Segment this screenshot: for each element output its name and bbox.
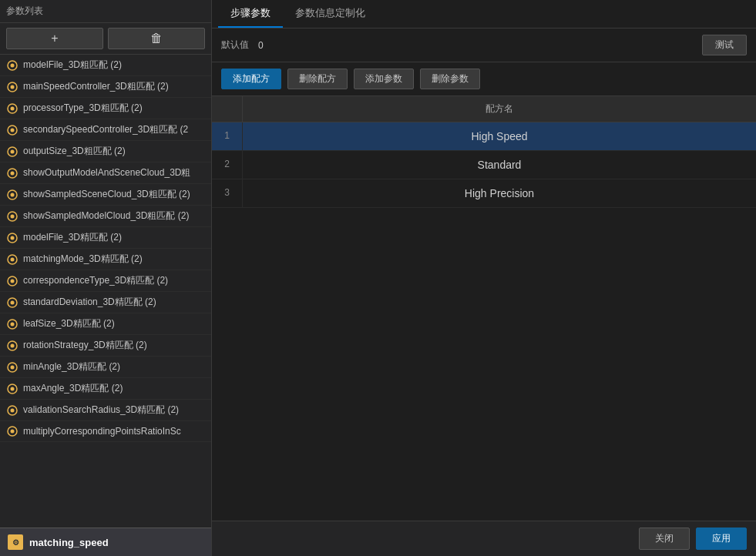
param-list-item[interactable]: standardDeviation_3D精匹配 (2) — [0, 292, 211, 313]
param-label: rotationStrategy_3D精匹配 (2) — [23, 339, 147, 352]
panel-header: 参数列表 — [0, 0, 211, 23]
param-label: processorType_3D粗匹配 (2) — [23, 102, 143, 115]
param-icon — [6, 189, 18, 201]
param-label: showOutputModelAndSceneCloud_3D粗 — [23, 166, 190, 179]
param-list-item[interactable]: showSampledModelCloud_3D粗匹配 (2) — [0, 206, 211, 227]
param-icon — [6, 275, 18, 287]
param-list-item[interactable]: modelFile_3D精匹配 (2) — [0, 227, 211, 249]
param-list: modelFile_3D粗匹配 (2) mainSpeedController_… — [0, 55, 211, 528]
param-list-item[interactable]: matchingMode_3D精匹配 (2) — [0, 249, 211, 270]
param-label: minAngle_3D精匹配 (2) — [23, 360, 120, 373]
active-param-label: matching_speed — [29, 537, 109, 548]
param-list-item[interactable]: showOutputModelAndSceneCloud_3D粗 — [0, 162, 211, 184]
param-list-item[interactable]: leafSize_3D精匹配 (2) — [0, 313, 211, 335]
svg-point-7 — [11, 128, 15, 132]
param-icon — [6, 404, 18, 417]
param-list-item[interactable]: processorType_3D粗匹配 (2) — [0, 98, 211, 119]
close-button[interactable]: 关闭 — [639, 528, 690, 550]
param-list-item[interactable]: mainSpeedController_3D粗匹配 (2) — [0, 76, 211, 98]
table-cell-name: High Precision — [243, 179, 756, 207]
svg-point-33 — [11, 408, 15, 412]
param-label: modelFile_3D精匹配 (2) — [23, 231, 122, 244]
param-icon — [6, 253, 18, 266]
param-label: showSampledSceneCloud_3D粗匹配 (2) — [23, 188, 190, 201]
param-icon — [6, 232, 18, 244]
param-icon — [6, 318, 18, 330]
delete-param-table-button[interactable]: 删除参数 — [420, 69, 480, 89]
svg-point-21 — [11, 279, 15, 283]
param-icon — [6, 81, 18, 93]
delete-param-button[interactable]: 🗑 — [108, 28, 205, 49]
tabs-row: 步骤参数 参数信息定制化 — [212, 0, 756, 28]
active-param-bar[interactable]: ⚙ matching_speed — [0, 528, 211, 556]
param-icon — [6, 361, 18, 373]
add-param-table-button[interactable]: 添加参数 — [354, 69, 414, 89]
table-header-num — [212, 96, 243, 122]
svg-point-27 — [11, 343, 15, 347]
test-button[interactable]: 测试 — [702, 35, 747, 55]
table-row[interactable]: 2 Standard — [212, 151, 756, 179]
param-icon — [6, 146, 18, 158]
param-label: multiplyCorrespondingPointsRatioInSc — [23, 426, 181, 437]
table-row[interactable]: 3 High Precision — [212, 179, 756, 208]
svg-point-5 — [11, 106, 15, 110]
param-label: maxAngle_3D精匹配 (2) — [23, 382, 123, 395]
default-value: 0 — [258, 40, 264, 51]
param-icon — [6, 425, 18, 437]
svg-point-9 — [11, 149, 15, 153]
apply-button[interactable]: 应用 — [696, 528, 747, 550]
param-icon — [6, 296, 18, 309]
svg-point-3 — [11, 85, 15, 89]
param-list-item[interactable]: secondarySpeedController_3D粗匹配 (2 — [0, 119, 211, 141]
add-param-button[interactable]: + — [6, 28, 103, 49]
panel-title: 参数列表 — [6, 5, 43, 16]
svg-point-23 — [11, 300, 15, 304]
param-icon — [6, 210, 18, 223]
param-list-item[interactable]: outputSize_3D粗匹配 (2) — [0, 141, 211, 162]
svg-point-11 — [11, 171, 15, 175]
active-param-icon: ⚙ — [8, 534, 23, 550]
bottom-bar: 关闭 应用 — [212, 521, 756, 556]
svg-point-25 — [11, 322, 15, 326]
table-header-name: 配方名 — [243, 96, 756, 122]
add-recipe-button[interactable]: 添加配方 — [221, 69, 281, 89]
param-list-item[interactable]: validationSearchRadius_3D精匹配 (2) — [0, 400, 211, 421]
svg-point-17 — [11, 236, 15, 239]
table-cell-num: 3 — [212, 179, 243, 207]
recipe-table: 配方名 1 High Speed 2 Standard 3 High Preci… — [212, 96, 756, 521]
param-icon — [6, 340, 18, 352]
param-icon — [6, 167, 18, 179]
table-header: 配方名 — [212, 96, 756, 122]
actions-row: 添加配方 删除配方 添加参数 删除参数 — [212, 62, 756, 96]
active-param-icon-symbol: ⚙ — [12, 538, 19, 547]
param-list-item[interactable]: multiplyCorrespondingPointsRatioInSc — [0, 421, 211, 442]
svg-point-1 — [11, 63, 15, 67]
svg-point-29 — [11, 365, 15, 369]
right-panel: 步骤参数 参数信息定制化 默认值 0 测试 添加配方 删除配方 添加参数 删除参… — [212, 0, 756, 556]
param-list-item[interactable]: modelFile_3D粗匹配 (2) — [0, 55, 211, 76]
param-label: correspondenceType_3D精匹配 (2) — [23, 274, 168, 287]
param-label: showSampledModelCloud_3D粗匹配 (2) — [23, 209, 189, 223]
table-row[interactable]: 1 High Speed — [212, 122, 756, 151]
tab-steps[interactable]: 步骤参数 — [218, 0, 283, 28]
table-cell-num: 1 — [212, 122, 243, 150]
param-list-item[interactable]: minAngle_3D精匹配 (2) — [0, 357, 211, 378]
param-icon — [6, 59, 18, 72]
default-label: 默认值 — [221, 39, 249, 52]
param-label: mainSpeedController_3D粗匹配 (2) — [23, 80, 169, 93]
param-list-item[interactable]: correspondenceType_3D精匹配 (2) — [0, 270, 211, 292]
param-label: standardDeviation_3D精匹配 (2) — [23, 296, 156, 309]
tab-customize[interactable]: 参数信息定制化 — [283, 0, 378, 28]
table-cell-name: Standard — [243, 151, 756, 179]
param-label: matchingMode_3D精匹配 (2) — [23, 253, 143, 266]
svg-point-13 — [11, 193, 15, 196]
delete-recipe-button[interactable]: 删除配方 — [287, 69, 348, 89]
param-list-item[interactable]: rotationStrategy_3D精匹配 (2) — [0, 335, 211, 357]
param-list-item[interactable]: showSampledSceneCloud_3D粗匹配 (2) — [0, 184, 211, 206]
param-label: leafSize_3D精匹配 (2) — [23, 317, 115, 330]
param-label: secondarySpeedController_3D粗匹配 (2 — [23, 123, 188, 136]
param-list-item[interactable]: maxAngle_3D精匹配 (2) — [0, 378, 211, 400]
param-label: validationSearchRadius_3D精匹配 (2) — [23, 404, 179, 417]
param-icon — [6, 383, 18, 395]
svg-point-31 — [11, 387, 15, 390]
